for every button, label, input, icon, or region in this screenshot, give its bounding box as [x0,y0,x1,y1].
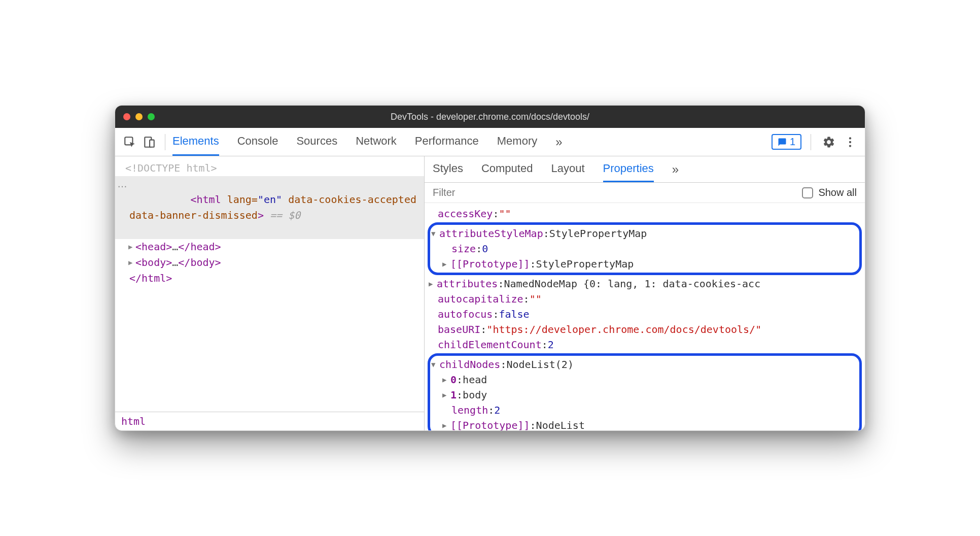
callout-attributestylemap: ▼attributeStyleMap: StylePropertyMap siz… [428,222,862,275]
prop-baseuri[interactable]: baseURI: "https://developer.chrome.com/d… [425,322,865,337]
devtools-window: DevTools - developer.chrome.com/docs/dev… [115,105,865,431]
minimize-window-button[interactable] [135,113,143,120]
chevron-down-icon[interactable]: ▼ [431,359,439,370]
show-all-label: Show all [818,187,857,198]
tab-memory[interactable]: Memory [497,128,537,156]
prop-autocapitalize[interactable]: autocapitalize: "" [425,291,865,307]
dom-html-close[interactable]: </html> [115,271,424,286]
close-window-button[interactable] [123,113,130,120]
chevron-right-icon[interactable]: ▶ [442,259,450,270]
subtab-properties[interactable]: Properties [603,156,654,182]
subtab-styles[interactable]: Styles [433,156,463,182]
more-subtabs-icon[interactable]: » [672,162,679,177]
tab-elements[interactable]: Elements [172,128,219,156]
prop-attributes[interactable]: ▶attributes: NamedNodeMap {0: lang, 1: d… [425,276,865,291]
inspect-element-icon[interactable] [121,133,138,151]
prop-childnodes-1[interactable]: ▶1: body [430,387,859,403]
kebab-menu-icon[interactable] [842,133,859,151]
chevron-down-icon[interactable]: ▼ [431,228,439,239]
properties-list[interactable]: accessKey: "" ▼attributeStyleMap: StyleP… [425,203,865,430]
dom-html-open[interactable]: <html lang="en" data-cookies-accepted da… [115,176,424,239]
maximize-window-button[interactable] [148,113,155,120]
show-all-checkbox[interactable] [802,187,813,198]
svg-rect-2 [150,140,154,147]
svg-point-3 [849,137,851,139]
svg-point-4 [849,141,851,143]
separator [165,134,165,150]
sidebar-tabs: Styles Computed Layout Properties » [425,156,865,183]
prop-childnodes[interactable]: ▼childNodes: NodeList(2) [430,357,859,372]
prop-childnodes-0[interactable]: ▶0: head [430,372,859,387]
titlebar: DevTools - developer.chrome.com/docs/dev… [115,106,865,128]
dom-html-attrs: lang= [227,193,258,206]
issues-icon [778,138,787,147]
chevron-right-icon[interactable]: ▶ [442,375,450,385]
filter-input[interactable]: Filter [433,187,455,198]
show-all-toggle[interactable]: Show all [802,187,857,198]
dom-doctype[interactable]: <!DOCTYPE html> [115,160,424,176]
tab-network[interactable]: Network [356,128,397,156]
device-toolbar-icon[interactable] [141,133,158,151]
tab-sources[interactable]: Sources [296,128,337,156]
prop-size[interactable]: size: 0 [430,241,859,256]
toolbar-right: 1 [772,133,859,151]
prop-prototype-2[interactable]: ▶[[Prototype]]: NodeList [430,418,859,430]
dom-body[interactable]: ▶<body>…</body> [115,255,424,271]
more-tabs-icon[interactable]: » [555,135,562,149]
traffic-lights [123,113,155,120]
dom-eq-zero: == $0 [270,209,300,221]
sidebar-panel: Styles Computed Layout Properties » Filt… [425,156,865,430]
subtab-layout[interactable]: Layout [551,156,584,182]
main-split: <!DOCTYPE html> <html lang="en" data-coo… [115,156,865,430]
panel-tabs: Elements Console Sources Network Perform… [172,128,769,156]
tab-console[interactable]: Console [237,128,278,156]
prop-prototype-1[interactable]: ▶[[Prototype]]: StylePropertyMap [430,256,859,272]
prop-attributestylemap[interactable]: ▼attributeStyleMap: StylePropertyMap [430,226,859,241]
prop-autofocus[interactable]: autofocus: false [425,307,865,322]
separator [811,134,811,150]
dom-tree[interactable]: <!DOCTYPE html> <html lang="en" data-coo… [115,156,424,412]
settings-icon[interactable] [820,133,837,151]
issues-badge[interactable]: 1 [772,134,801,150]
prop-length[interactable]: length: 2 [430,403,859,418]
dom-head[interactable]: ▶<head>…</head> [115,239,424,255]
chevron-right-icon[interactable]: ▶ [429,279,437,289]
issues-count: 1 [790,136,795,148]
dom-html-tagname: html [196,193,221,206]
chevron-right-icon[interactable]: ▶ [442,420,450,431]
svg-point-5 [849,145,851,147]
prop-accesskey[interactable]: accessKey: "" [425,206,865,221]
breadcrumb[interactable]: html [115,412,424,430]
subtab-computed[interactable]: Computed [481,156,533,182]
tab-performance[interactable]: Performance [415,128,479,156]
window-title: DevTools - developer.chrome.com/docs/dev… [115,112,865,122]
filter-row: Filter Show all [425,183,865,203]
callout-childnodes: ▼childNodes: NodeList(2) ▶0: head ▶1: bo… [428,353,862,430]
dom-tree-panel: <!DOCTYPE html> <html lang="en" data-coo… [115,156,425,430]
chevron-right-icon[interactable]: ▶ [442,390,450,400]
prop-childelementcount[interactable]: childElementCount: 2 [425,337,865,352]
main-toolbar: Elements Console Sources Network Perform… [115,128,865,156]
